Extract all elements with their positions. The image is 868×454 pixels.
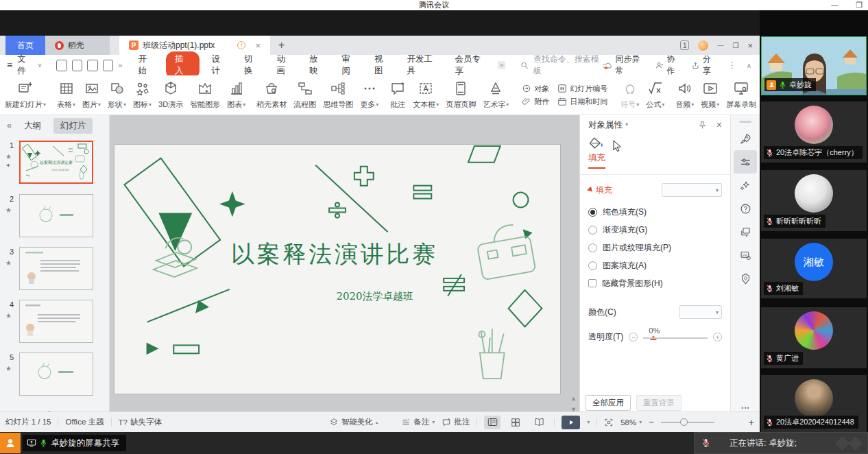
account-avatar[interactable] — [698, 40, 708, 51]
print-icon[interactable] — [87, 60, 97, 71]
icons-button[interactable]: 图标▾ — [130, 79, 155, 111]
window-count-badge[interactable]: 1 — [680, 40, 690, 50]
color-dropdown[interactable]: ▾ — [679, 305, 722, 319]
zoom-in-icon[interactable]: + — [749, 417, 754, 428]
close-panel-icon[interactable]: × — [716, 119, 722, 130]
pin-icon[interactable] — [698, 121, 707, 130]
doc-close-icon[interactable]: × — [747, 40, 753, 51]
slide-thumbnail-2[interactable] — [19, 194, 93, 237]
collapse-ribbon-icon[interactable]: ∧ — [747, 62, 751, 69]
menu-devtools[interactable]: 开发工具 — [402, 51, 442, 79]
quick-tools-icon[interactable] — [731, 127, 760, 150]
fill-option-solid[interactable]: 纯色填充(S) — [580, 205, 730, 219]
new-slide-button[interactable]: 新建幻灯片▾ — [1, 79, 49, 111]
minimize-icon[interactable]: — — [831, 1, 838, 9]
collaborate-button[interactable]: 协作 — [655, 53, 682, 77]
restore-icon[interactable]: ❐ — [856, 1, 863, 10]
hide-background-checkbox[interactable]: 隐藏背景图形(H) — [580, 276, 730, 290]
fill-tab[interactable]: 填充 — [588, 152, 605, 169]
menu-transition[interactable]: 切换 — [239, 51, 264, 79]
collapse-panel-icon[interactable]: « — [7, 121, 12, 130]
menu-insert-active[interactable]: 插入 — [166, 51, 199, 79]
resource-strip-icon[interactable] — [731, 267, 760, 290]
docer-assets-button[interactable]: 稻壳素材 — [253, 79, 290, 111]
screen-share-banner[interactable]: 卓妙旋的屏幕共享 — [23, 435, 126, 451]
comment-button[interactable]: 批注 — [386, 79, 409, 111]
mindmap-button[interactable]: 思维导图 — [320, 79, 357, 111]
theme-name[interactable]: Office 主题 — [65, 417, 104, 427]
wordart-button[interactable]: 艺术字▾ — [479, 79, 512, 111]
command-search[interactable]: 查找命令、搜索模板 — [520, 53, 603, 77]
slide-thumbnail-5[interactable] — [19, 353, 93, 396]
zoom-out-icon[interactable]: − — [649, 417, 654, 427]
slide-thumbnail-1[interactable]: 以案释法演讲比赛 2020法学卓越班 — [19, 141, 93, 184]
slide-thumbnail-4[interactable] — [19, 300, 93, 343]
participant-tile[interactable]: 昕昕昕昕昕昕 — [761, 170, 867, 231]
reset-background-button[interactable]: 重置背景 — [636, 395, 682, 411]
doc-restore-icon[interactable]: ❐ — [732, 42, 738, 49]
formula-button[interactable]: 公式▾ — [642, 79, 668, 111]
properties-title[interactable]: 对象属性 — [588, 119, 623, 131]
chart-button[interactable]: 图表▾ — [224, 79, 249, 111]
notes-button[interactable]: 备注 ▾ — [401, 417, 435, 427]
tab-slides[interactable]: 幻灯片 — [53, 118, 93, 134]
menu-slideshow[interactable]: 放映 — [304, 51, 329, 79]
tab-outline[interactable]: 大纲 — [24, 120, 41, 132]
zoom-level[interactable]: 58% ▾ — [620, 418, 642, 427]
transparency-decrease-icon[interactable]: − — [629, 333, 638, 342]
meeting-app-button[interactable] — [0, 433, 21, 453]
slide-number-button[interactable]: 幻灯片编号 — [557, 84, 607, 94]
play-options-icon[interactable]: ▾ — [587, 420, 590, 425]
fit-window-icon[interactable] — [604, 418, 614, 427]
fill-option-pattern[interactable]: 图案填充(A) — [580, 259, 730, 272]
menu-view[interactable]: 视图 — [370, 51, 394, 79]
play-slideshow-button[interactable] — [562, 416, 580, 429]
file-menu[interactable]: 文件 — [17, 53, 32, 77]
menu-member[interactable]: 会员专享 — [450, 51, 490, 79]
menu-overflow-icon[interactable]: » — [498, 61, 505, 69]
screen-record-button[interactable]: 屏幕录制 — [723, 79, 760, 111]
object-properties-strip-icon[interactable] — [734, 150, 757, 174]
strip-more-icon[interactable]: ••• — [731, 405, 760, 411]
beautify-button[interactable]: 智能美化 ▴ — [329, 417, 378, 427]
menu-start[interactable]: 开始 — [134, 51, 158, 79]
smartart-button[interactable]: 智能图形 — [186, 79, 224, 111]
symbol-button[interactable]: 符号▾ — [617, 79, 642, 111]
object-button[interactable]: 对象 — [522, 84, 549, 94]
hamburger-icon[interactable]: ≡ — [7, 60, 12, 71]
tab-close-icon[interactable]: × — [255, 40, 261, 51]
textbox-button[interactable]: 文本框▾ — [409, 79, 442, 111]
flowchart-button[interactable]: 流程图 — [290, 79, 320, 111]
transparency-increase-icon[interactable]: + — [713, 333, 722, 342]
attachment-button[interactable]: 附件 — [522, 97, 549, 107]
comments-button[interactable]: 批注 — [442, 417, 470, 427]
header-footer-button[interactable]: 页眉页脚 — [442, 79, 479, 111]
tab-docer[interactable]: 稻壳 — [45, 36, 110, 55]
export-icon[interactable] — [72, 60, 82, 71]
video-button[interactable]: 视频▾ — [697, 79, 723, 111]
doc-minimize-icon[interactable]: — — [717, 42, 723, 49]
shapes-button[interactable]: 形状▾ — [104, 79, 130, 111]
zoom-slider-knob[interactable] — [680, 418, 688, 426]
beautify-strip-icon[interactable] — [731, 174, 760, 197]
image-tools-strip-icon[interactable] — [731, 243, 760, 267]
sync-status[interactable]: 同步异常 — [603, 53, 646, 77]
participant-video-tile[interactable]: 卓妙旋 — [761, 36, 867, 95]
menu-animation[interactable]: 动画 — [272, 51, 296, 79]
more-button[interactable]: 更多▾ — [357, 79, 382, 111]
fill-option-gradient[interactable]: 渐变填充(G) — [580, 223, 730, 237]
table-button[interactable]: 表格▾ — [53, 79, 79, 111]
slide-editing-area[interactable]: 以案释法演讲比赛 2020法学卓越班 — [114, 144, 561, 394]
missing-font-warning[interactable]: T? 缺失字体 — [119, 417, 162, 427]
fill-option-picture[interactable]: 图片或纹理填充(P) — [580, 241, 730, 254]
picture-button[interactable]: 图片▾ — [79, 79, 104, 111]
menu-review[interactable]: 审阅 — [337, 51, 361, 79]
strip-drag-handle[interactable] — [739, 121, 751, 123]
normal-view-button[interactable] — [484, 416, 501, 429]
3d-button[interactable]: 3D演示 — [155, 79, 186, 111]
menubar-more-icon[interactable]: ⋮ — [728, 60, 736, 70]
menu-design[interactable]: 设计 — [207, 51, 232, 79]
participant-tile[interactable]: 20法卓2020424012448 — [761, 375, 867, 432]
reading-view-button[interactable] — [531, 416, 547, 429]
slide-thumbnail-3[interactable] — [19, 247, 93, 290]
